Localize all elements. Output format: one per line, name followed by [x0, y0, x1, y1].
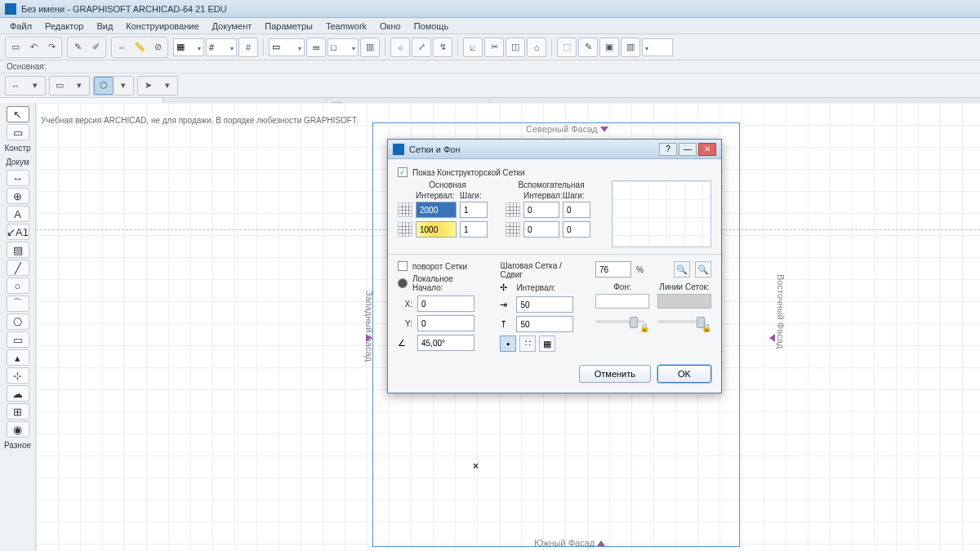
tb-box-combo[interactable]: □ [327, 38, 359, 56]
new-icon[interactable]: ▭ [7, 38, 24, 56]
fill-tool-icon[interactable]: ▨ [7, 242, 29, 258]
magnet-icon[interactable]: ⎓ [113, 38, 131, 56]
dimension-tool-icon[interactable]: ↔ [7, 170, 29, 186]
eyedrop-icon[interactable]: ✎ [69, 38, 87, 56]
view3d-icon[interactable]: ◫ [506, 38, 525, 57]
geom-rect2-icon[interactable]: ▾ [69, 77, 89, 95]
select3d-icon[interactable]: ⬚ [557, 38, 577, 57]
show-grid-checkbox[interactable]: ✓ [398, 167, 408, 177]
aux-interval-y-input[interactable] [523, 221, 559, 238]
angle-input[interactable] [417, 335, 474, 351]
main-interval-y-input[interactable] [416, 221, 457, 238]
worksheet-tool-icon[interactable]: ◉ [7, 421, 29, 438]
circle-tool-icon[interactable]: ○ [7, 278, 29, 294]
origin-x-input[interactable] [417, 295, 474, 312]
paint3d-icon[interactable]: ▣ [599, 38, 619, 57]
gridlines-color-swatch[interactable] [657, 294, 711, 309]
menu-edit[interactable]: Редактор [38, 20, 90, 33]
aux-steps-y-input[interactable] [563, 221, 590, 238]
zoom-icon[interactable]: ⤢ [412, 38, 431, 57]
syringe-icon[interactable]: ✐ [87, 38, 105, 56]
menu-window[interactable]: Окно [373, 20, 408, 33]
main-steps-y-input[interactable] [460, 221, 488, 238]
rotate-grid-checkbox[interactable] [398, 261, 408, 271]
measure-icon[interactable]: ⟐ [390, 38, 410, 57]
bg-color-swatch[interactable] [595, 294, 649, 309]
dialog-titlebar[interactable]: Сетки и Фон ? — ✕ [388, 140, 721, 159]
mode1-icon[interactable]: ↔ [6, 77, 25, 95]
drawing-tool-icon[interactable]: ▭ [7, 331, 29, 348]
home3d-icon[interactable]: ⌂ [527, 38, 546, 57]
undo-icon[interactable]: ↶ [24, 38, 42, 56]
poly2-icon[interactable]: ▾ [114, 77, 133, 95]
snap-x-input[interactable] [516, 296, 573, 313]
snap-y-icon: ⤒ [500, 319, 511, 330]
menu-view[interactable]: Вид [90, 20, 119, 33]
stack3d-icon[interactable]: ▥ [621, 38, 640, 57]
menubar: Файл Редактор Вид Конструирование Докуме… [0, 18, 980, 34]
arrow-mode-icon[interactable]: ➤ [138, 77, 158, 95]
cut3d-icon[interactable]: ⟀ [463, 38, 483, 57]
marquee-tool-icon[interactable]: ▭ [7, 124, 29, 140]
menu-design[interactable]: Конструирование [119, 20, 205, 33]
main-grid-label: Основная [398, 180, 497, 189]
menu-teamwork[interactable]: Teamwork [319, 20, 373, 33]
tb-last-combo[interactable] [642, 38, 673, 56]
elev-west-tri [366, 334, 372, 342]
grid-tool-icon[interactable]: ⊞ [7, 403, 29, 420]
toolbox: ↖ ▭ Констр Докум ↔ ⊕ A ↙A1 ▨ ╱ ○ ⌒ ⎔ ▭ ▴… [0, 103, 36, 551]
dialog-min-icon[interactable]: — [679, 143, 697, 156]
gridlines-slider[interactable] [657, 320, 706, 323]
cancel-button[interactable]: Отменить [579, 365, 651, 383]
tb-group-misc1: ⎓ 📏 ⊘ [111, 37, 168, 58]
zoom-in-icon[interactable]: 🔍 [695, 261, 711, 278]
arrow-tool-icon[interactable]: ↖ [7, 106, 29, 122]
tb-trace-combo[interactable]: ▭ [269, 38, 305, 56]
menu-help[interactable]: Помощь [408, 20, 456, 33]
zoom-out-icon[interactable]: 🔍 [674, 261, 690, 278]
main-interval-x-input[interactable] [416, 202, 457, 218]
change-tool-icon[interactable]: ☁ [7, 385, 29, 402]
arc-tool-icon[interactable]: ⌒ [7, 295, 29, 312]
poly-icon[interactable]: ⬡ [94, 77, 114, 95]
ok-button[interactable]: OK [657, 365, 711, 383]
tb-snap-combo[interactable]: # [206, 38, 237, 56]
arrow-mode2-icon[interactable]: ▾ [158, 77, 177, 95]
geom-rect-icon[interactable]: ▭ [50, 77, 69, 95]
layer-icon[interactable]: ▥ [360, 38, 380, 57]
section-icon[interactable]: ✂ [484, 38, 504, 57]
origin-y-input[interactable] [417, 315, 474, 331]
origin-icon [398, 278, 408, 288]
detail-tool-icon[interactable]: ⊹ [7, 367, 29, 384]
snap-y-input[interactable] [516, 316, 573, 332]
door-icon[interactable]: ⩸ [306, 38, 326, 57]
level-tool-icon[interactable]: ⊕ [7, 188, 29, 204]
mode1b-icon[interactable]: ▾ [25, 77, 45, 95]
polyline-tool-icon[interactable]: ⎔ [7, 313, 29, 330]
bg-label: Фон: [595, 282, 649, 291]
dialog-close-icon[interactable]: ✕ [698, 143, 716, 156]
label-tool-icon[interactable]: ↙A1 [7, 224, 29, 240]
menu-file[interactable]: Файл [3, 20, 38, 33]
section-tool-icon[interactable]: ▴ [7, 349, 29, 366]
menu-options[interactable]: Параметры [258, 20, 319, 33]
main-steps-x-input[interactable] [460, 202, 488, 218]
suspend-icon[interactable]: ⊘ [149, 38, 167, 56]
link-icon[interactable]: ↯ [433, 38, 452, 57]
ruler-icon[interactable]: 📏 [131, 38, 149, 56]
percent-input[interactable] [595, 261, 631, 278]
aux-steps-x-input[interactable] [563, 202, 590, 218]
snap-mode1-icon[interactable]: ▪ [500, 335, 516, 352]
tb-grid-combo[interactable]: ▦ [173, 38, 204, 56]
grid-toggle-icon[interactable]: # [238, 38, 258, 57]
snap-mode2-icon[interactable]: ∷ [519, 335, 536, 352]
aux-interval-x-input[interactable] [523, 202, 559, 218]
line-tool-icon[interactable]: ╱ [7, 260, 29, 276]
menu-document[interactable]: Документ [206, 20, 259, 33]
text-tool-icon[interactable]: A [7, 206, 29, 222]
snap-mode3-icon[interactable]: ▦ [539, 335, 555, 352]
edit3d-icon[interactable]: ✎ [578, 38, 598, 57]
redo-icon[interactable]: ↷ [42, 38, 60, 56]
bg-slider[interactable] [595, 320, 644, 323]
dialog-help-icon[interactable]: ? [659, 143, 677, 156]
